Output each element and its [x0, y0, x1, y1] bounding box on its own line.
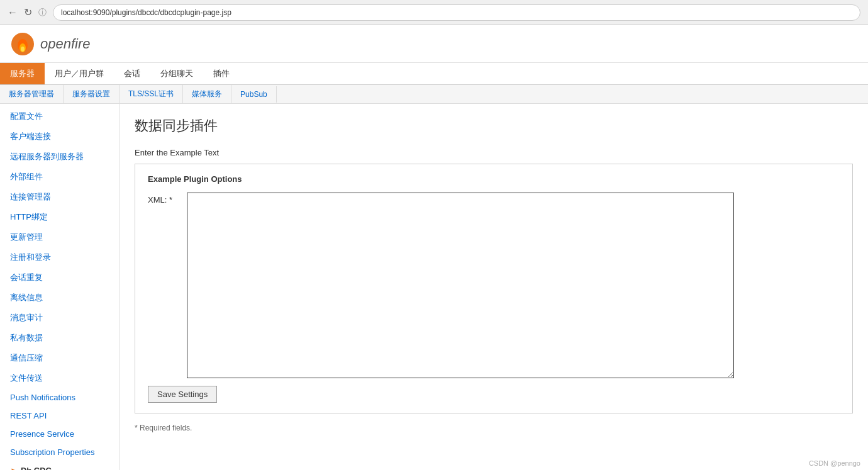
logo: openfire — [10, 31, 91, 57]
section-title: Example Plugin Options — [148, 174, 840, 184]
sidebar-item-subscription[interactable]: Subscription Properties — [0, 443, 119, 461]
url-bar[interactable] — [53, 4, 860, 21]
sidebar-item-private-data[interactable]: 私有数据 — [0, 328, 119, 348]
svg-point-3 — [21, 47, 25, 52]
sidebar-item-compression[interactable]: 通信压缩 — [0, 348, 119, 368]
sidebar-item-file-transfer[interactable]: 文件传送 — [0, 368, 119, 388]
sub-pubsub[interactable]: PubSub — [231, 86, 277, 103]
sidebar-item-session-dup[interactable]: 会话重复 — [0, 267, 119, 288]
content-area: 配置文件 客户端连接 远程服务器到服务器 外部组件 连接管理器 HTTP绑定 更… — [0, 104, 868, 470]
nav-plugins[interactable]: 插件 — [203, 63, 240, 84]
sidebar-item-config[interactable]: 配置文件 — [0, 106, 119, 126]
sidebar-item-offline[interactable]: 离线信息 — [0, 288, 119, 308]
sidebar-item-presence[interactable]: Presence Service — [0, 425, 119, 443]
sidebar-item-push-notif[interactable]: Push Notifications — [0, 388, 119, 407]
enter-text: Enter the Example Text — [135, 148, 853, 157]
main-nav: 服务器 用户／用户群 会话 分组聊天 插件 — [0, 63, 868, 85]
sidebar-item-http-bind[interactable]: HTTP绑定 — [0, 207, 119, 227]
main-content: 数据同步插件 Enter the Example Text Example Pl… — [120, 104, 868, 470]
sidebar-item-dbcdc[interactable]: ►Db CDC — [0, 461, 119, 470]
nav-groupchat[interactable]: 分组聊天 — [150, 63, 203, 84]
sidebar-item-client-conn[interactable]: 客户端连接 — [0, 126, 119, 147]
xml-form-row: XML: * — [148, 193, 840, 378]
watermark: CSDN @penngo — [809, 459, 860, 467]
sub-tls[interactable]: TLS/SSL证书 — [120, 85, 183, 103]
sidebar-item-rest-api[interactable]: REST API — [0, 407, 119, 425]
plugin-options-section: Example Plugin Options XML: * Save Setti… — [135, 164, 853, 413]
sub-media[interactable]: 媒体服务 — [183, 85, 231, 103]
app-header: openfire — [0, 25, 868, 63]
refresh-button[interactable]: ↻ — [24, 6, 32, 18]
sidebar-item-msg-audit[interactable]: 消息审计 — [0, 308, 119, 328]
sidebar-item-register[interactable]: 注册和登录 — [0, 247, 119, 267]
nav-server[interactable]: 服务器 — [0, 63, 45, 84]
sidebar-item-update[interactable]: 更新管理 — [0, 227, 119, 247]
xml-textarea[interactable] — [187, 193, 734, 378]
logo-text: openfire — [40, 36, 91, 52]
sub-nav: 服务器管理器 服务器设置 TLS/SSL证书 媒体服务 PubSub — [0, 85, 868, 104]
xml-label: XML: * — [148, 193, 179, 205]
logo-icon — [10, 31, 35, 57]
sub-server-admin[interactable]: 服务器管理器 — [0, 85, 64, 103]
sidebar-item-conn-manager[interactable]: 连接管理器 — [0, 187, 119, 207]
page-title: 数据同步插件 — [135, 116, 853, 135]
sub-server-settings[interactable]: 服务器设置 — [64, 85, 120, 103]
save-button[interactable]: Save Settings — [148, 386, 217, 403]
nav-session[interactable]: 会话 — [114, 63, 150, 84]
nav-users[interactable]: 用户／用户群 — [45, 63, 114, 84]
required-note: * Required fields. — [135, 424, 853, 432]
back-button[interactable]: ← — [8, 7, 18, 18]
sidebar-item-external-comp[interactable]: 外部组件 — [0, 167, 119, 187]
security-icon: ⓘ — [38, 7, 47, 18]
sidebar-item-remote-server[interactable]: 远程服务器到服务器 — [0, 147, 119, 167]
browser-chrome: ← ↻ ⓘ — [0, 0, 868, 25]
arrow-icon: ► — [10, 466, 18, 470]
sidebar: 配置文件 客户端连接 远程服务器到服务器 外部组件 连接管理器 HTTP绑定 更… — [0, 104, 120, 470]
